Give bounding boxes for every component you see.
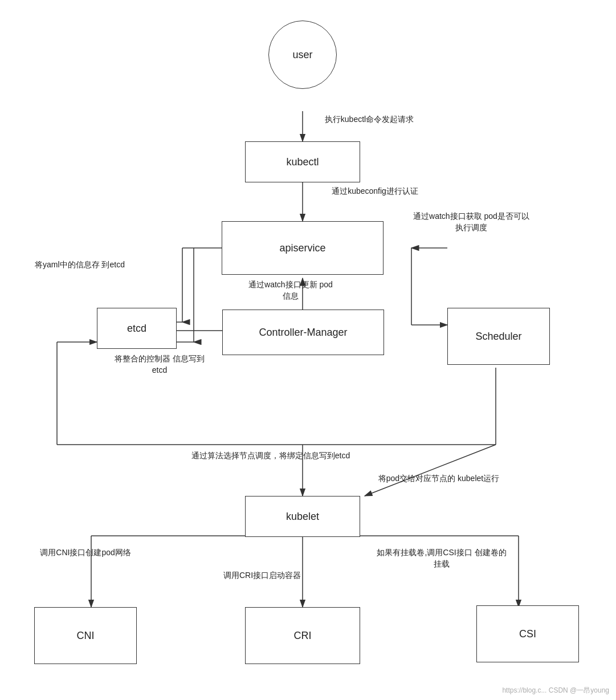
label-controller-etcd: 将整合的控制器 信息写到etcd bbox=[114, 353, 205, 376]
controller-manager-node: Controller-Manager bbox=[222, 310, 384, 355]
kubectl-node: kubectl bbox=[245, 141, 360, 182]
cni-label: CNI bbox=[77, 630, 95, 642]
controller-manager-label: Controller-Manager bbox=[259, 327, 347, 339]
apiservice-label: apiservice bbox=[279, 242, 325, 254]
label-scheduler-etcd: 通过算法选择节点调度，将绑定信息写到etcd bbox=[142, 450, 399, 462]
label-apiservice-etcd: 将yaml中的信息存 到etcd bbox=[34, 259, 125, 271]
label-kubectl-apiservice: 通过kubeconfig进行认证 bbox=[312, 186, 438, 197]
scheduler-node: Scheduler bbox=[447, 308, 550, 365]
label-kubelet-cri: 调用CRI接口启动容器 bbox=[205, 570, 319, 581]
user-node: user bbox=[268, 21, 337, 89]
kubelet-label: kubelet bbox=[286, 511, 319, 523]
diagram: user 执行kubectl命令发起请求 kubectl 通过kubeconfi… bbox=[0, 0, 616, 700]
label-controller-apiservice: 通过watch接口更新 pod信息 bbox=[245, 279, 336, 302]
kubectl-label: kubectl bbox=[286, 156, 319, 168]
label-scheduler-apiservice: 通过watch接口获取 pod是否可以执行调度 bbox=[411, 211, 531, 233]
csi-node: CSI bbox=[476, 605, 579, 662]
cri-node: CRI bbox=[245, 607, 360, 664]
etcd-node: etcd bbox=[97, 308, 177, 349]
user-label: user bbox=[292, 49, 312, 61]
apiservice-node: apiservice bbox=[222, 221, 384, 275]
cni-node: CNI bbox=[34, 607, 137, 664]
label-kubelet-cni: 调用CNI接口创建pod网络 bbox=[28, 547, 142, 559]
csi-label: CSI bbox=[519, 628, 536, 640]
label-scheduler-kubelet: 将pod交给对应节点的 kubelet运行 bbox=[376, 473, 501, 485]
etcd-label: etcd bbox=[127, 323, 146, 335]
kubelet-node: kubelet bbox=[245, 496, 360, 537]
label-kubelet-csi: 如果有挂载卷,调用CSI接口 创建卷的挂载 bbox=[376, 547, 507, 569]
scheduler-label: Scheduler bbox=[475, 331, 521, 343]
watermark: https://blog.c... CSDN @一昂young bbox=[502, 686, 609, 695]
label-user-kubectl: 执行kubectl命令发起请求 bbox=[312, 114, 426, 125]
cri-label: CRI bbox=[294, 630, 312, 642]
